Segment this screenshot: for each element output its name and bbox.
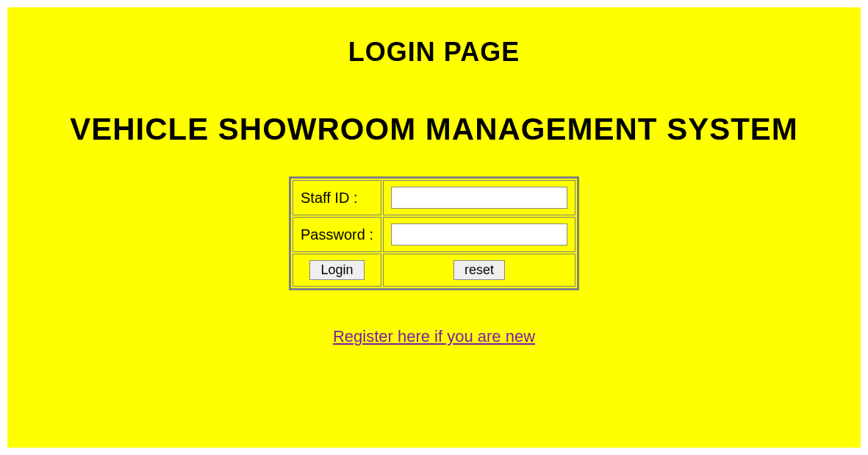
staff-id-cell [383,180,575,215]
staff-id-input[interactable] [391,187,567,209]
buttons-row: Login reset [293,254,575,287]
password-input[interactable] [391,223,567,246]
page-title: LOGIN PAGE [15,37,853,68]
password-cell [383,217,575,252]
reset-button-cell: reset [383,254,575,287]
login-form-table: Staff ID : Password : Login reset [289,176,579,290]
system-title: VEHICLE SHOWROOM MANAGEMENT SYSTEM [15,112,853,147]
staff-id-label: Staff ID : [293,180,381,215]
staff-id-row: Staff ID : [293,180,575,215]
register-link[interactable]: Register here if you are new [333,327,535,346]
login-button[interactable]: Login [309,260,364,280]
password-label: Password : [293,217,381,252]
login-button-cell: Login [293,254,381,287]
reset-button[interactable]: reset [453,260,505,280]
password-row: Password : [293,217,575,252]
login-page: LOGIN PAGE VEHICLE SHOWROOM MANAGEMENT S… [7,7,861,448]
